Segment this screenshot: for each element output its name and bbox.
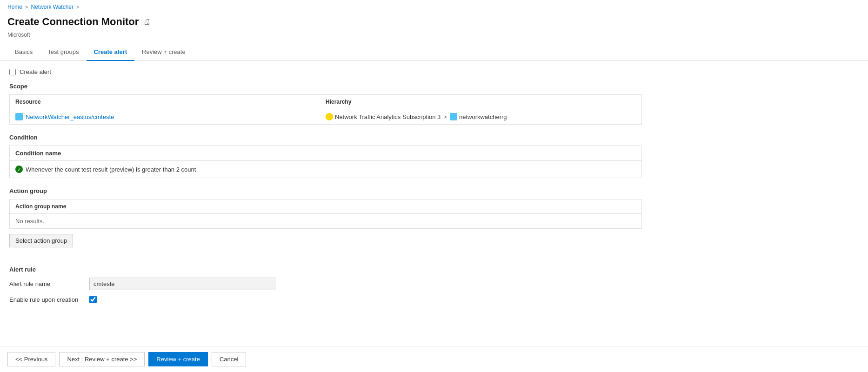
print-icon[interactable]: 🖨: [143, 18, 151, 26]
page-header: Create Connection Monitor 🖨: [0, 14, 868, 32]
breadcrumb-sep2: >: [76, 4, 79, 10]
review-create-button[interactable]: Review + create: [148, 352, 208, 366]
resource-cell: NetworkWatcher_eastus/cmteste: [15, 113, 326, 120]
tab-bar: Basics Test groups Create alert Review +…: [0, 44, 868, 61]
scope-label: Scope: [9, 83, 642, 90]
tab-review-create[interactable]: Review + create: [134, 44, 193, 61]
tab-test-groups[interactable]: Test groups: [40, 44, 86, 61]
condition-item: ✓ Whenever the count test result (previe…: [15, 166, 636, 173]
alert-rule-name-input[interactable]: [89, 278, 275, 290]
footer: << Previous Next : Review + create >> Re…: [0, 346, 868, 372]
cancel-button[interactable]: Cancel: [212, 352, 246, 366]
condition-section: Condition Condition name ✓ Whenever the …: [9, 134, 642, 178]
select-action-group-button[interactable]: Select action group: [9, 234, 73, 247]
enable-rule-row: Enable rule upon creation: [9, 296, 642, 303]
alert-rule-label: Alert rule: [9, 266, 642, 273]
resource-table-row: NetworkWatcher_eastus/cmteste Network Tr…: [10, 109, 641, 124]
check-circle-icon: ✓: [15, 166, 23, 173]
main-content: Create alert Scope Resource Hierarchy Ne…: [0, 61, 651, 357]
subscription-name: Network Traffic Analytics Subscription 3: [335, 113, 441, 120]
rg-icon: [450, 113, 457, 120]
breadcrumb: Home > Network Watcher >: [0, 0, 868, 14]
alert-rule-name-row: Alert rule name: [9, 278, 642, 290]
action-group-table: Action group name No results.: [9, 199, 642, 229]
condition-text: Whenever the count test result (preview)…: [26, 166, 196, 173]
alert-rule-name-label: Alert rule name: [9, 280, 84, 287]
hierarchy-cell: Network Traffic Analytics Subscription 3…: [326, 113, 636, 120]
condition-body: ✓ Whenever the count test result (previe…: [9, 160, 642, 178]
next-button[interactable]: Next : Review + create >>: [59, 352, 145, 366]
breadcrumb-home[interactable]: Home: [7, 4, 22, 10]
enable-rule-label: Enable rule upon creation: [9, 296, 84, 303]
network-watcher-icon: [15, 113, 23, 120]
condition-label: Condition: [9, 134, 642, 141]
hierarchy-subscription: Network Traffic Analytics Subscription 3: [326, 113, 441, 120]
resource-table: Resource Hierarchy NetworkWatcher_eastus…: [9, 94, 642, 125]
hierarchy-rg: networkwatcherrg: [450, 113, 507, 120]
create-alert-checkbox[interactable]: [9, 69, 16, 75]
subscription-icon: [326, 113, 333, 120]
action-group-section: Action group Action group name No result…: [9, 187, 642, 257]
enable-rule-checkbox[interactable]: [89, 296, 97, 303]
create-alert-row: Create alert: [9, 68, 642, 75]
resource-name: NetworkWatcher_eastus/cmteste: [26, 113, 114, 120]
hierarchy-sep: >: [443, 113, 447, 120]
action-group-label: Action group: [9, 187, 642, 194]
resource-col-header: Resource: [15, 99, 326, 105]
breadcrumb-sep1: >: [25, 4, 28, 10]
breadcrumb-network-watcher[interactable]: Network Watcher: [31, 4, 73, 10]
page-title: Create Connection Monitor: [7, 16, 139, 28]
rg-name: networkwatcherrg: [459, 113, 507, 120]
ag-no-results: No results.: [10, 214, 641, 229]
ag-name-header: Action group name: [10, 199, 641, 214]
alert-rule-section: Alert rule Alert rule name Enable rule u…: [9, 266, 642, 303]
page-subtitle: Microsoft: [0, 32, 868, 44]
condition-name-label: Condition name: [9, 146, 642, 160]
tab-create-alert[interactable]: Create alert: [87, 44, 135, 61]
previous-button[interactable]: << Previous: [7, 352, 55, 366]
create-alert-label[interactable]: Create alert: [20, 68, 51, 75]
hierarchy-col-header: Hierarchy: [326, 99, 636, 105]
tab-basics[interactable]: Basics: [7, 44, 40, 61]
resource-table-header: Resource Hierarchy: [10, 95, 641, 109]
